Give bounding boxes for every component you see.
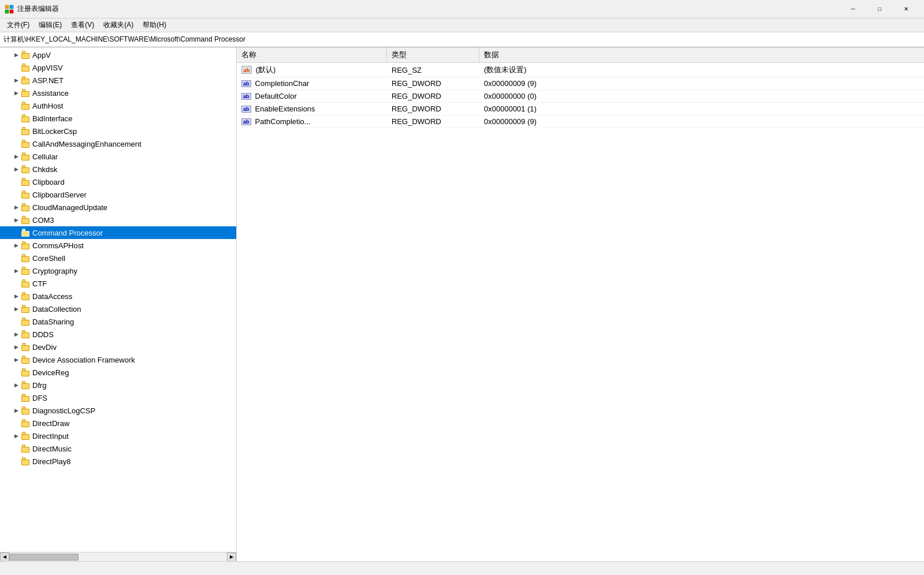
reg-row-pathcompletion[interactable]: ab PathCompletio... REG_DWORD 0x00000009… (237, 115, 924, 128)
tree-label-authhost: AuthHost (32, 102, 63, 110)
folder-icon-bidinterface (21, 114, 30, 122)
tree-item-dfs[interactable]: DFS (0, 391, 236, 404)
expand-arrow-callandmessaging (12, 139, 21, 148)
ab-icon: ab (241, 66, 252, 74)
tree-item-directplay8[interactable]: DirectPlay8 (0, 455, 236, 468)
tree-scroll[interactable]: ▶ AppV AppVISV ▶ ASP.NET ▶ Assistance (0, 47, 236, 552)
tree-item-datacollection[interactable]: ▶ DataCollection (0, 303, 236, 315)
tree-item-bidinterface[interactable]: BidInterface (0, 112, 236, 125)
expand-arrow-aspnet: ▶ (12, 76, 21, 85)
address-bar: 计算机\HKEY_LOCAL_MACHINE\SOFTWARE\Microsof… (0, 32, 924, 47)
expand-arrow-chkdsk: ▶ (12, 165, 21, 174)
tree-item-cloudmanagedupdate[interactable]: ▶ CloudManagedUpdate (0, 201, 236, 214)
tree-item-directmusic[interactable]: DirectMusic (0, 442, 236, 455)
reg-row-default[interactable]: ab (默认) REG_SZ (数值未设置) (237, 63, 924, 77)
tree-item-dfrg[interactable]: ▶ Dfrg (0, 379, 236, 391)
reg-type-defaultcolor: REG_DWORD (392, 92, 441, 100)
tree-label-devdiv: DevDiv (32, 343, 57, 352)
tree-item-clipboardserver[interactable]: ClipboardServer (0, 188, 236, 201)
column-header-data[interactable]: 数据 (479, 47, 924, 62)
menu-help[interactable]: 帮助(H) (138, 19, 171, 31)
tree-item-appv[interactable]: ▶ AppV (0, 48, 236, 61)
tree-item-assistance[interactable]: ▶ Assistance (0, 87, 236, 99)
expand-arrow-cryptography: ▶ (12, 266, 21, 275)
tree-item-datasharing[interactable]: DataSharing (0, 315, 236, 328)
column-header-name[interactable]: 名称 (237, 47, 387, 62)
tree-item-callandmessaging[interactable]: CallAndMessagingEnhancement (0, 137, 236, 150)
reg-row-enableextensions[interactable]: ab EnableExtensions REG_DWORD 0x00000001… (237, 103, 924, 115)
folder-icon-ddds (21, 330, 30, 338)
tree-label-clipboardserver: ClipboardServer (32, 191, 87, 199)
menu-edit[interactable]: 编辑(E) (34, 19, 66, 31)
maximize-button[interactable]: □ (866, 0, 893, 18)
menu-file[interactable]: 文件(F) (2, 19, 34, 31)
reg-row-defaultcolor[interactable]: ab DefaultColor REG_DWORD 0x00000000 (0) (237, 90, 924, 103)
tree-item-directinput[interactable]: ▶ DirectInput (0, 430, 236, 442)
tree-item-ctf[interactable]: CTF (0, 277, 236, 290)
tree-label-ddds: DDDS (32, 330, 54, 339)
reg-name-completionchar: CompletionChar (255, 79, 310, 88)
expand-arrow-directinput: ▶ (12, 431, 21, 440)
menu-favorites[interactable]: 收藏夹(A) (99, 19, 138, 31)
svg-rect-2 (5, 10, 9, 13)
right-panel: 名称 类型 数据 ab (默认) REG_SZ (数值未设置) (237, 47, 924, 561)
folder-icon-commandprocessor (21, 229, 30, 237)
column-header-type[interactable]: 类型 (387, 47, 479, 62)
reg-cell-type-default: REG_SZ (387, 63, 479, 77)
folder-icon-coreshell (21, 254, 30, 262)
tree-item-cellular[interactable]: ▶ Cellular (0, 150, 236, 163)
expand-arrow-dataaccess: ▶ (12, 292, 21, 301)
hscroll-left-btn[interactable]: ◀ (0, 552, 9, 562)
hscroll-thumb[interactable] (9, 554, 79, 561)
expand-arrow-ctf (12, 279, 21, 288)
expand-arrow-com3: ▶ (12, 215, 21, 225)
expand-arrow-assistance: ▶ (12, 88, 21, 98)
expand-arrow-clipboard (12, 177, 21, 186)
folder-icon-aspnet (21, 76, 30, 84)
tree-item-aspnet[interactable]: ▶ ASP.NET (0, 74, 236, 87)
menu-view[interactable]: 查看(V) (66, 19, 99, 31)
tree-item-devdiv[interactable]: ▶ DevDiv (0, 341, 236, 353)
tree-item-directdraw[interactable]: DirectDraw (0, 417, 236, 430)
folder-icon-authhost (21, 102, 30, 110)
folder-icon-directplay8 (21, 457, 30, 465)
tree-label-directdraw: DirectDraw (32, 419, 69, 428)
folder-icon-chkdsk (21, 165, 30, 173)
folder-icon-dataaccess (21, 292, 30, 300)
folder-icon-bitlockercsp (21, 127, 30, 135)
tree-item-deviceassoc[interactable]: ▶ Device Association Framework (0, 353, 236, 366)
reg-row-completionchar[interactable]: ab CompletionChar REG_DWORD 0x00000009 (… (237, 77, 924, 90)
tree-label-datasharing: DataSharing (32, 318, 74, 326)
tree-item-clipboard[interactable]: Clipboard (0, 176, 236, 188)
expand-arrow-datasharing (12, 317, 21, 326)
tree-item-dataaccess[interactable]: ▶ DataAccess (0, 290, 236, 303)
tree-item-authhost[interactable]: AuthHost (0, 99, 236, 112)
tree-item-ddds[interactable]: ▶ DDDS (0, 328, 236, 341)
tree-item-com3[interactable]: ▶ COM3 (0, 214, 236, 226)
tree-item-cryptography[interactable]: ▶ Cryptography (0, 264, 236, 277)
folder-icon-commsaphost (21, 241, 30, 249)
minimize-button[interactable]: ─ (840, 0, 866, 18)
tree-item-commsaphost[interactable]: ▶ CommsAPHost (0, 239, 236, 252)
dword-icon-4: ab (241, 118, 251, 125)
tree-item-bitlockercsp[interactable]: BitLockerCsp (0, 125, 236, 137)
tree-item-coreshell[interactable]: CoreShell (0, 252, 236, 264)
tree-item-appvisv[interactable]: AppVISV (0, 61, 236, 74)
tree-item-diagnosticlogcsp[interactable]: ▶ DiagnosticLogCSP (0, 404, 236, 417)
tree-label-appv: AppV (32, 51, 51, 59)
tree-item-chkdsk[interactable]: ▶ Chkdsk (0, 163, 236, 176)
close-button[interactable]: ✕ (893, 0, 919, 18)
tree-hscroll[interactable]: ◀ ▶ (0, 552, 236, 561)
tree-label-datacollection: DataCollection (32, 305, 81, 313)
reg-name-defaultcolor: DefaultColor (255, 92, 297, 100)
hscroll-right-btn[interactable]: ▶ (227, 552, 236, 562)
expand-arrow-cloudmanagedupdate: ▶ (12, 203, 21, 212)
tree-label-aspnet: ASP.NET (32, 76, 64, 85)
reg-cell-type-completionchar: REG_DWORD (387, 77, 479, 89)
tree-item-commandprocessor[interactable]: Command Processor (0, 226, 236, 239)
folder-icon-dfs (21, 394, 30, 402)
folder-icon-cryptography (21, 267, 30, 275)
folder-icon-callandmessaging (21, 140, 30, 148)
tree-item-devicereg[interactable]: DeviceReg (0, 366, 236, 379)
reg-data-default: (数值未设置) (484, 65, 527, 75)
